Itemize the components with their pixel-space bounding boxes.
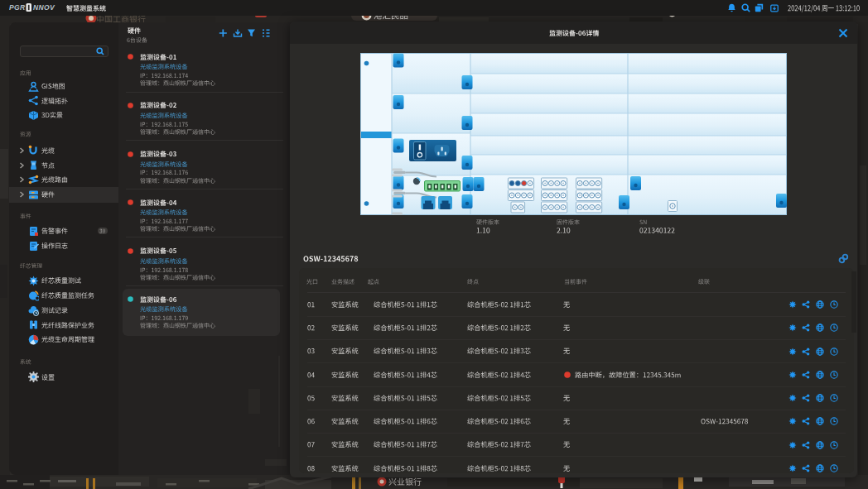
svg-text:PGR: PGR [9, 3, 26, 12]
svg-text:NNOV: NNOV [33, 3, 55, 12]
